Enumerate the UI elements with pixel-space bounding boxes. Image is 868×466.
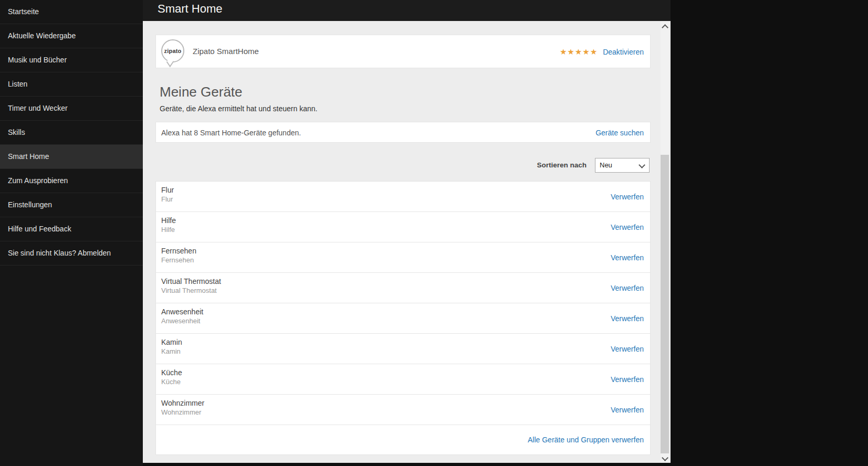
sidebar-item-skills[interactable]: Skills bbox=[0, 121, 143, 145]
content-area: zipato Zipato SmartHome ★★★★★ Deaktivier… bbox=[143, 21, 671, 463]
device-row-wohnzimmer: Wohnzimmer Wohnzimmer Verwerfen bbox=[156, 395, 650, 425]
device-list-footer: Alle Geräte und Gruppen verwerfen bbox=[156, 425, 650, 454]
zipato-logo: zipato bbox=[161, 39, 184, 62]
sidebar-item-timer-und-wecker[interactable]: Timer und Wecker bbox=[0, 97, 143, 121]
chevron-down-icon bbox=[639, 162, 645, 168]
device-description: Hilfe bbox=[161, 225, 175, 235]
device-description: Virtual Thermostat bbox=[161, 286, 217, 295]
dismiss-link[interactable]: Verwerfen bbox=[611, 193, 644, 201]
skill-card: zipato Zipato SmartHome ★★★★★ Deaktivier… bbox=[155, 35, 651, 68]
device-list-card: Flur Flur Verwerfen Hilfe Hilfe Verwerfe… bbox=[155, 181, 651, 455]
rating-stars-icon: ★★★★★ bbox=[560, 47, 598, 57]
device-row-kamin: Kamin Kamin Verwerfen bbox=[156, 334, 650, 364]
sort-select-value: Neu bbox=[600, 161, 612, 169]
device-name: Hilfe bbox=[161, 216, 176, 225]
device-description: Kamin bbox=[161, 347, 181, 356]
device-description: Anwesenheit bbox=[161, 316, 200, 326]
device-row-kueche: Küche Küche Verwerfen bbox=[156, 364, 650, 395]
device-name: Anwesenheit bbox=[161, 307, 203, 316]
dismiss-link[interactable]: Verwerfen bbox=[611, 284, 644, 292]
dismiss-link[interactable]: Verwerfen bbox=[611, 375, 644, 384]
sidebar-item-musik-und-buecher[interactable]: Musik und Bücher bbox=[0, 48, 143, 72]
dismiss-all-link[interactable]: Alle Geräte und Gruppen verwerfen bbox=[528, 436, 644, 444]
sort-row: Sortieren nach Neu bbox=[155, 158, 651, 173]
deactivate-link[interactable]: Deaktivieren bbox=[603, 48, 644, 56]
scroll-down-button[interactable] bbox=[661, 453, 669, 463]
sidebar-item-startseite[interactable]: Startseite bbox=[0, 0, 143, 24]
header: Smart Home bbox=[143, 0, 671, 21]
dismiss-link[interactable]: Verwerfen bbox=[611, 223, 644, 231]
scroll-up-button[interactable] bbox=[661, 21, 669, 30]
scrollbar-thumb[interactable] bbox=[661, 30, 669, 155]
device-name: Küche bbox=[161, 368, 182, 377]
section-title: Meine Geräte bbox=[160, 84, 651, 100]
section-subtitle: Geräte, die Alexa ermittelt hat und steu… bbox=[160, 104, 651, 113]
sidebar-item-zum-ausprobieren[interactable]: Zum Ausprobieren bbox=[0, 169, 143, 193]
device-row-flur: Flur Flur Verwerfen bbox=[156, 182, 650, 212]
sidebar-item-listen[interactable]: Listen bbox=[0, 72, 143, 97]
vertical-scrollbar[interactable] bbox=[661, 21, 669, 463]
sidebar-item-aktuelle-wiedergabe[interactable]: Aktuelle Wiedergabe bbox=[0, 24, 143, 48]
sidebar-item-einstellungen[interactable]: Einstellungen bbox=[0, 193, 143, 217]
devices-found-card: Alexa hat 8 Smart Home-Geräte gefunden. … bbox=[155, 122, 651, 143]
devices-found-text: Alexa hat 8 Smart Home-Geräte gefunden. bbox=[161, 129, 301, 137]
skill-name: Zipato SmartHome bbox=[193, 47, 259, 56]
sort-select[interactable]: Neu bbox=[595, 158, 650, 173]
device-row-fernsehen: Fernsehen Fernsehen Verwerfen bbox=[156, 242, 650, 273]
sidebar-item-smart-home[interactable]: Smart Home bbox=[0, 145, 143, 169]
scroll-up-icon bbox=[662, 24, 668, 31]
dismiss-link[interactable]: Verwerfen bbox=[611, 253, 644, 262]
speech-bubble-tail-icon bbox=[166, 57, 174, 67]
device-description: Wohnzimmer bbox=[161, 408, 201, 417]
device-name: Kamin bbox=[161, 337, 182, 347]
device-row-hilfe: Hilfe Hilfe Verwerfen bbox=[156, 212, 650, 242]
sidebar-item-hilfe-und-feedback[interactable]: Hilfe und Feedback bbox=[0, 217, 143, 241]
page-title: Smart Home bbox=[158, 2, 222, 16]
device-row-anwesenheit: Anwesenheit Anwesenheit Verwerfen bbox=[156, 303, 650, 334]
sidebar: Startseite Aktuelle Wiedergabe Musik und… bbox=[0, 0, 143, 466]
device-row-virtual-thermostat: Virtual Thermostat Virtual Thermostat Ve… bbox=[156, 273, 650, 303]
device-description: Flur bbox=[161, 195, 173, 204]
device-name: Fernsehen bbox=[161, 246, 196, 256]
dismiss-link[interactable]: Verwerfen bbox=[611, 345, 644, 353]
device-description: Fernsehen bbox=[161, 256, 194, 265]
dismiss-link[interactable]: Verwerfen bbox=[611, 406, 644, 414]
device-name: Wohnzimmer bbox=[161, 398, 204, 408]
device-description: Küche bbox=[161, 377, 181, 387]
dismiss-link[interactable]: Verwerfen bbox=[611, 314, 644, 323]
device-name: Virtual Thermostat bbox=[161, 277, 221, 286]
search-devices-link[interactable]: Geräte suchen bbox=[595, 129, 644, 137]
sidebar-item-abmelden[interactable]: Sie sind nicht Klaus? Abmelden bbox=[0, 241, 143, 266]
sort-by-label: Sortieren nach bbox=[537, 161, 587, 169]
device-name: Flur bbox=[161, 185, 174, 195]
scroll-down-icon bbox=[662, 454, 668, 461]
devices-section-head: Meine Geräte Geräte, die Alexa ermittelt… bbox=[160, 84, 651, 113]
zipato-logo-text: zipato bbox=[164, 48, 182, 54]
